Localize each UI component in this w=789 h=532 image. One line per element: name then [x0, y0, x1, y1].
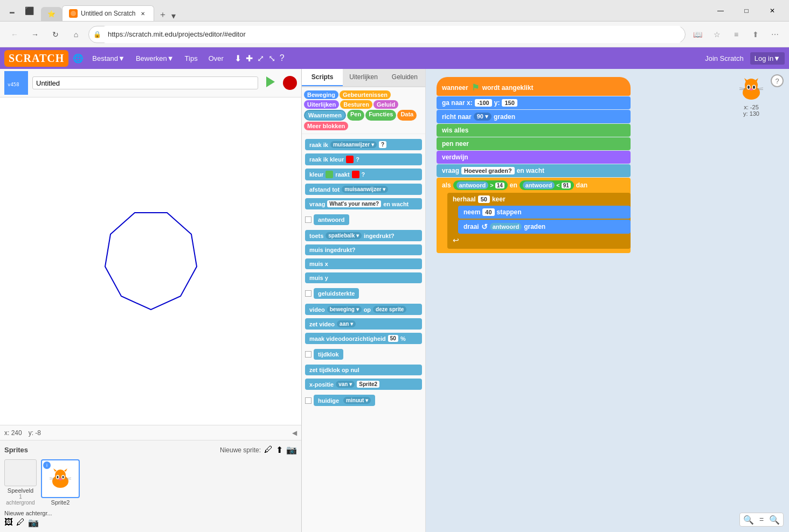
- sprite-paint-btn[interactable]: 🖊: [264, 445, 273, 455]
- tab-menu-btn[interactable]: ▾: [171, 11, 176, 21]
- block-video[interactable]: video beweging ▾ op deze sprite: [305, 304, 422, 315]
- sprite-upload-btn[interactable]: ⬆: [276, 445, 283, 455]
- cat-beweging[interactable]: Beweging: [304, 90, 338, 99]
- tab-close-btn[interactable]: ✕: [139, 9, 147, 18]
- ga-naar-x-val[interactable]: -100: [475, 99, 492, 107]
- hub-icon[interactable]: ≡: [729, 27, 744, 42]
- block-kleur-raakt[interactable]: kleur raakt ?: [305, 169, 422, 180]
- block-hat-flag[interactable]: wanneer ⚑ wordt aangeklikt: [437, 77, 631, 96]
- win-close-btn[interactable]: ✕: [760, 2, 785, 19]
- block-draai[interactable]: draai ↺ antwoord graden: [458, 220, 631, 234]
- tab-geluiden[interactable]: Geluiden: [384, 69, 425, 86]
- block-maak-video[interactable]: maak videodoorzichtigheid 50 %: [305, 333, 422, 344]
- tool-help[interactable]: ?: [280, 53, 285, 63]
- backdrop-item[interactable]: Speelveld 1 achtergrond: [4, 459, 37, 506]
- reader-icon[interactable]: 📖: [690, 27, 705, 42]
- cat-waarnemen[interactable]: Waarnemen: [304, 110, 346, 121]
- win-minimize-btn[interactable]: —: [708, 2, 733, 19]
- block-antwoord[interactable]: antwoord: [305, 213, 422, 227]
- join-scratch-btn[interactable]: Join Scratch: [701, 52, 748, 65]
- block-raak-ik[interactable]: raak ik muisaanwijzer ▾ ?: [305, 139, 422, 150]
- block-vraag[interactable]: vraag What's your name? en wacht: [305, 198, 422, 209]
- block-als-dan[interactable]: als antwoord > 14 en antwoord < 91 dan: [437, 178, 631, 253]
- project-name-input[interactable]: [32, 76, 258, 89]
- green-flag-btn[interactable]: [262, 75, 279, 91]
- refresh-btn[interactable]: ↻: [47, 26, 64, 43]
- menu-tips[interactable]: Tips: [181, 52, 202, 65]
- new-tab-btn[interactable]: ＋: [156, 8, 169, 21]
- block-herhaal[interactable]: herhaal 50 keer neem 40 stappen: [447, 193, 631, 249]
- block-tijdklok[interactable]: tijdklok: [305, 347, 422, 361]
- forward-btn[interactable]: →: [27, 26, 43, 43]
- tool-turbo[interactable]: ⤡: [268, 53, 275, 64]
- block-geluidsterkte[interactable]: geluidsterkte: [305, 286, 422, 300]
- sprite-camera-btn[interactable]: 📷: [286, 445, 297, 455]
- block-raak-ik-kleur[interactable]: raak ik kleur ?: [305, 153, 422, 165]
- zoom-reset-btn[interactable]: =: [756, 514, 767, 525]
- vraag-text[interactable]: Hoeveel graden?: [461, 167, 515, 174]
- block-zet-tijdklok[interactable]: zet tijdklok op nul: [305, 365, 422, 375]
- menu-bestand[interactable]: Bestand▼: [88, 52, 129, 65]
- block-muis-y[interactable]: muis y: [305, 272, 422, 283]
- block-wis-alles[interactable]: wis alles: [437, 124, 631, 137]
- home-btn[interactable]: ⌂: [68, 26, 84, 43]
- backdrop-camera-btn[interactable]: 📷: [28, 517, 39, 528]
- block-x-positie[interactable]: x-positie van ▾ Sprite2: [305, 379, 422, 390]
- block-neem-stappen[interactable]: neem 40 stappen: [458, 206, 631, 219]
- stop-btn[interactable]: [283, 76, 297, 90]
- backdrop-paint-btn[interactable]: 🖊: [16, 517, 25, 528]
- block-zet-video[interactable]: zet video aan ▾: [305, 318, 422, 330]
- help-btn[interactable]: ?: [771, 74, 784, 87]
- tab-active[interactable]: Untitled on Scratch ✕: [62, 5, 154, 21]
- tool-fullscreen[interactable]: ⤢: [257, 53, 264, 64]
- geluidsterkte-checkbox[interactable]: [305, 290, 312, 297]
- huidige-checkbox[interactable]: [305, 397, 312, 404]
- address-input[interactable]: [103, 26, 681, 43]
- login-btn[interactable]: Log in▼: [750, 52, 785, 65]
- cat-gebeurtenissen[interactable]: Gebeurtenissen: [340, 90, 391, 99]
- browser-back-btn[interactable]: 🗕: [4, 3, 19, 18]
- block-toets[interactable]: toets spatiebalk ▾ ingedrukt?: [305, 230, 422, 241]
- block-muis-ingedrukt[interactable]: muis ingedrukt?: [305, 244, 422, 255]
- cond-val1[interactable]: 14: [495, 183, 504, 188]
- tool-add[interactable]: ✚: [246, 53, 253, 64]
- antwoord-checkbox[interactable]: [305, 216, 312, 223]
- block-huidige[interactable]: huidige minuut ▾: [305, 393, 422, 408]
- tool-download[interactable]: ⬇: [234, 53, 241, 64]
- settings-icon[interactable]: ⋯: [767, 27, 783, 42]
- stage-resize-btn[interactable]: ◀: [292, 429, 297, 437]
- tijdklok-checkbox[interactable]: [305, 351, 312, 358]
- block-richt-naar[interactable]: richt naar 90 ▾ graden: [437, 110, 631, 123]
- tab-inactive[interactable]: ⭐: [41, 7, 62, 21]
- neem-val[interactable]: 40: [482, 208, 494, 216]
- menu-bewerken[interactable]: Bewerken▼: [132, 52, 178, 65]
- favorites-icon[interactable]: ☆: [709, 27, 724, 42]
- block-verdwijn[interactable]: verdwijn: [437, 151, 631, 164]
- cat-pen[interactable]: Pen: [347, 110, 364, 121]
- tab-uiterlijken[interactable]: Uiterlijken: [343, 69, 384, 86]
- cat-besturen[interactable]: Besturen: [340, 100, 372, 109]
- backdrop-image-btn[interactable]: 🖼: [4, 517, 13, 528]
- globe-icon[interactable]: 🌐: [73, 53, 84, 64]
- block-vraag-hoeveel[interactable]: vraag Hoeveel graden? en wacht: [437, 164, 631, 177]
- tab-scripts[interactable]: Scripts: [302, 69, 343, 86]
- cat-geluid[interactable]: Geluid: [373, 100, 398, 109]
- zoom-in-btn[interactable]: 🔍: [769, 514, 780, 525]
- zoom-out-btn[interactable]: 🔍: [743, 514, 754, 525]
- cat-data[interactable]: Data: [397, 110, 417, 121]
- richt-val[interactable]: 90 ▾: [474, 113, 492, 121]
- sprite-item[interactable]: i: [41, 459, 80, 506]
- block-pen-neer[interactable]: pen neer: [437, 137, 631, 150]
- cat-functies[interactable]: Functies: [365, 110, 396, 121]
- win-maximize-btn[interactable]: □: [734, 2, 759, 19]
- block-muis-x[interactable]: muis x: [305, 258, 422, 269]
- cat-meer[interactable]: Meer blokken: [304, 122, 348, 130]
- cond-val2[interactable]: 91: [562, 183, 571, 188]
- back-btn[interactable]: ←: [6, 26, 23, 43]
- share-icon[interactable]: ⬆: [748, 27, 763, 42]
- block-ga-naar[interactable]: ga naar x: -100 y: 150: [437, 96, 631, 109]
- menu-over[interactable]: Over: [204, 52, 228, 65]
- ga-naar-y-val[interactable]: 150: [502, 99, 517, 107]
- herhaal-val[interactable]: 50: [478, 195, 490, 203]
- block-afstand-tot[interactable]: afstand tot muisaanwijzer ▾: [305, 184, 422, 195]
